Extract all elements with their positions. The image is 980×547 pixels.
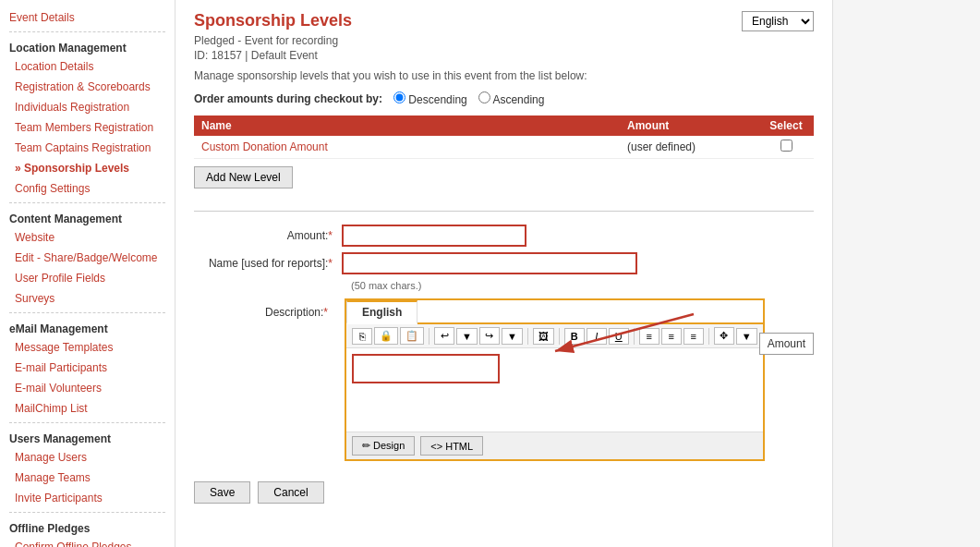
sidebar-item-location-details[interactable]: Location Details	[0, 56, 175, 77]
amount-row: Amount:*	[194, 225, 814, 247]
table-cell-amount: (user defined)	[620, 136, 758, 159]
right-panel	[832, 0, 980, 547]
editor-content-input[interactable]	[352, 354, 500, 383]
amount-label: Amount:*	[194, 229, 342, 242]
toolbar-undo-arrow-btn[interactable]: ▼	[456, 328, 478, 345]
sidebar-item-surveys[interactable]: Surveys	[0, 288, 175, 309]
table-header-name: Name	[194, 115, 620, 136]
editor-footer: ✏ Design <> HTML	[346, 432, 763, 459]
ascending-radio[interactable]	[478, 91, 490, 103]
sidebar-item-edit-share[interactable]: Edit - Share/Badge/Welcome	[0, 248, 175, 268]
name-label: Name [used for reports]:*	[194, 257, 342, 270]
sidebar-section-offline: Offline Pledges	[0, 517, 175, 537]
table-header-amount: Amount	[620, 115, 758, 136]
sidebar-item-team-captains-registration[interactable]: Team Captains Registration	[0, 138, 175, 158]
toolbar-source-arrow-btn[interactable]: ▼	[736, 328, 757, 345]
editor-body[interactable]	[346, 348, 763, 432]
toolbar-sep5	[708, 328, 709, 345]
toolbar-redo-btn[interactable]: ↪	[479, 327, 500, 345]
sidebar-section-content: Content Management	[0, 207, 175, 227]
sidebar-item-team-members-registration[interactable]: Team Members Registration	[0, 117, 175, 138]
action-buttons: Save Cancel	[194, 481, 814, 504]
ascending-option[interactable]: Ascending	[478, 91, 545, 106]
sidebar-item-individuals-registration[interactable]: Individuals Registration	[0, 97, 175, 117]
toolbar-copy-btn[interactable]: ⎘	[352, 328, 372, 345]
table-header-select: Select	[758, 115, 814, 136]
levels-table: Name Amount Select Custom Donation Amoun…	[194, 115, 814, 159]
toolbar-redo-arrow-btn[interactable]: ▼	[502, 328, 523, 345]
sidebar-item-confirm-offline-pledges[interactable]: Confirm Offline Pledges	[0, 537, 175, 547]
sidebar-item-mailchimp-list[interactable]: MailChimp List	[0, 398, 175, 419]
name-input[interactable]	[342, 252, 637, 274]
sidebar-item-config-settings[interactable]: Config Settings	[0, 178, 175, 199]
sidebar-item-sponsorship-levels[interactable]: Sponsorship Levels	[0, 158, 175, 178]
page-subtitle1: Pledged - Event for recording	[194, 34, 814, 47]
sidebar-item-user-profile-fields[interactable]: User Profile Fields	[0, 268, 175, 288]
sidebar-item-email-volunteers[interactable]: E-mail Volunteers	[0, 378, 175, 398]
amount-input[interactable]	[342, 225, 526, 247]
table-row: Custom Donation Amount (user defined)	[194, 136, 814, 159]
order-amounts-row: Order amounts during checkout by: Descen…	[194, 91, 814, 106]
sidebar-section-location: Location Management	[0, 36, 175, 56]
language-select[interactable]: English Spanish French	[742, 11, 814, 31]
max-chars-hint: (50 max chars.)	[351, 280, 814, 291]
toolbar-paste-btn[interactable]: 📋	[400, 327, 424, 345]
sidebar-item-registration-scoreboards[interactable]: Registration & Scoreboards	[0, 77, 175, 97]
main-content: English Spanish French Sponsorship Level…	[175, 0, 832, 547]
add-new-level-button[interactable]: Add New Level	[194, 166, 293, 188]
save-button[interactable]: Save	[194, 481, 250, 504]
page-subtitle2: ID: 18157 | Default Event	[194, 49, 814, 62]
descending-option[interactable]: Descending	[393, 91, 467, 106]
svg-line-1	[555, 314, 694, 351]
sidebar-item-event-details[interactable]: Event Details	[0, 7, 175, 28]
sidebar-section-users: Users Management	[0, 427, 175, 447]
manage-text: Manage sponsorship levels that you wish …	[194, 69, 814, 82]
toolbar-sep1	[429, 328, 430, 345]
sidebar-section-email: eMail Management	[0, 317, 175, 337]
sidebar-item-manage-users[interactable]: Manage Users	[0, 447, 175, 468]
sidebar-item-invite-participants[interactable]: Invite Participants	[0, 488, 175, 508]
sidebar-item-message-templates[interactable]: Message Templates	[0, 337, 175, 358]
name-row: Name [used for reports]:*	[194, 252, 814, 274]
sidebar-item-website[interactable]: Website	[0, 227, 175, 248]
toolbar-source-btn[interactable]: ✥	[714, 327, 734, 345]
page-title: Sponsorship Levels	[194, 11, 814, 30]
description-label: Description:*	[194, 298, 337, 319]
table-cell-name[interactable]: Custom Donation Amount	[194, 136, 620, 159]
sidebar-item-email-participants[interactable]: E-mail Participants	[0, 358, 175, 378]
sidebar-item-manage-teams[interactable]: Manage Teams	[0, 468, 175, 488]
red-arrow-svg	[537, 305, 703, 360]
cancel-button[interactable]: Cancel	[258, 481, 323, 504]
section-divider	[194, 211, 814, 212]
toolbar-lock-btn[interactable]: 🔒	[374, 327, 398, 345]
arrow-annotation-container: Amount	[759, 333, 814, 355]
html-btn[interactable]: <> HTML	[420, 436, 483, 456]
row-select-checkbox[interactable]	[780, 140, 792, 152]
language-selector-container: English Spanish French	[742, 11, 814, 31]
toolbar-undo-btn[interactable]: ↩	[434, 327, 454, 345]
order-amounts-label: Order amounts during checkout by:	[194, 92, 382, 105]
toolbar-sep2	[527, 328, 528, 345]
amount-annotation-box: Amount	[759, 333, 814, 355]
tab-english[interactable]: English	[346, 300, 417, 324]
sidebar: Event Details Location Management Locati…	[0, 0, 175, 547]
descending-radio[interactable]	[393, 91, 405, 103]
design-btn[interactable]: ✏ Design	[352, 436, 415, 456]
table-cell-select[interactable]	[758, 136, 814, 159]
